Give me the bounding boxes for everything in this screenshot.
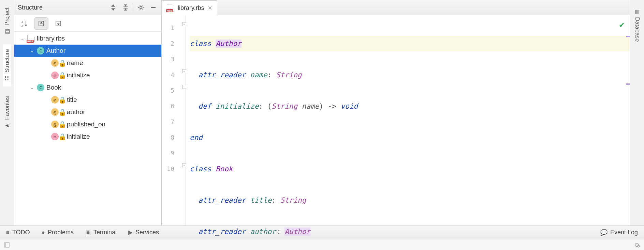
svg-point-8	[635, 243, 639, 247]
collapse-all-icon[interactable]	[121, 3, 130, 12]
class-badge-icon: C	[37, 84, 44, 91]
svg-text:z: z	[21, 24, 23, 27]
code-line: def initialize: (String name) -> void	[190, 98, 630, 114]
field-badge-icon: @	[51, 121, 59, 128]
tree-class-node-author[interactable]: ⌄ C Author	[14, 45, 161, 57]
sidebar-tab-label: Structure	[4, 49, 11, 73]
tree-node-label: published_on	[67, 121, 105, 128]
line-number: 5	[162, 83, 174, 98]
code-line: class Author	[190, 36, 630, 51]
line-number: 4	[162, 67, 174, 83]
tree-attr-node[interactable]: @ 🔒 published_on	[14, 118, 161, 130]
tree-node-label: library.rbs	[37, 35, 65, 42]
error-stripe[interactable]	[625, 15, 630, 225]
database-icon: ≣	[634, 10, 641, 14]
code-line: attr_reader title: String	[190, 192, 630, 208]
sidebar-tab-label: Project	[4, 7, 11, 26]
inspection-ok-icon[interactable]: ✔	[619, 21, 625, 30]
sidebar-tab-project[interactable]: ▥ Project	[3, 3, 11, 40]
lock-icon: 🔒	[60, 61, 65, 65]
rbs-file-icon: RBS	[167, 4, 174, 12]
chevron-down-icon: ⌄	[29, 85, 35, 90]
editor-tab-bar: RBS library.rbs ✕	[162, 0, 630, 15]
tree-node-label: Author	[46, 47, 65, 54]
tree-file-node[interactable]: ⌄ RBS library.rbs	[14, 32, 161, 45]
line-number: 8	[162, 130, 174, 145]
structure-icon: ☷	[4, 76, 11, 81]
editor-tab[interactable]: RBS library.rbs ✕	[162, 0, 217, 15]
code-editor[interactable]: 1 2 3 4 5 6 7 8 9 10 − − − − class Autho…	[162, 15, 630, 225]
sidebar-tab-label: Database	[634, 17, 641, 42]
svg-point-0	[140, 6, 142, 9]
code-line: end	[190, 130, 630, 145]
sidebar-tab-database[interactable]: ≣ Database	[633, 8, 641, 43]
structure-panel: Structure az	[14, 0, 162, 225]
tree-attr-node[interactable]: @ 🔒 author	[14, 106, 161, 118]
panel-title: Structure	[18, 4, 43, 11]
tree-node-label: initialize	[67, 133, 90, 140]
marker[interactable]	[626, 36, 630, 37]
field-badge-icon: @	[51, 96, 59, 104]
hide-panel-icon[interactable]	[148, 3, 158, 12]
field-badge-icon: @	[51, 108, 59, 116]
line-number: 2	[162, 36, 174, 51]
lock-icon: 🔒	[60, 134, 65, 139]
line-number-gutter: 1 2 3 4 5 6 7 8 9 10	[162, 15, 186, 225]
tree-class-node-book[interactable]: ⌄ C Book	[14, 81, 161, 94]
lock-icon: 🔒	[60, 97, 65, 102]
svg-text:a: a	[21, 20, 23, 24]
structure-tree: ⌄ RBS library.rbs ⌄ C Author @ 🔒 name m …	[14, 32, 161, 225]
tree-node-label: author	[67, 108, 85, 116]
lock-icon: 🔒	[60, 110, 65, 114]
close-icon[interactable]: ✕	[208, 5, 212, 11]
svg-rect-1	[151, 7, 156, 8]
sidebar-tab-favorites[interactable]: ★ Favorites	[3, 91, 11, 134]
editor-tab-label: library.rbs	[178, 4, 204, 12]
toolwindow-todo[interactable]: ≡TODO	[6, 229, 30, 236]
toolwindow-label: Problems	[48, 229, 74, 236]
line-number: 3	[162, 51, 174, 67]
tree-node-label: initialize	[67, 72, 90, 79]
line-number: 9	[162, 145, 174, 161]
tree-attr-node[interactable]: @ 🔒 title	[14, 94, 161, 106]
line-number: 6	[162, 98, 174, 114]
tree-node-label: title	[67, 96, 77, 104]
line-number: 10	[162, 161, 174, 177]
ide-settings-icon[interactable]	[634, 241, 641, 248]
autoscroll-from-source-button[interactable]	[51, 17, 65, 30]
line-number: 7	[162, 114, 174, 130]
toolwindow-terminal[interactable]: ▣Terminal	[85, 229, 117, 236]
star-icon: ★	[4, 123, 10, 128]
lock-icon: 🔒	[60, 73, 65, 78]
autoscroll-to-source-button[interactable]	[34, 17, 48, 30]
method-badge-icon: m	[51, 72, 59, 79]
toolwindow-label: TODO	[12, 229, 30, 236]
sort-alpha-button[interactable]: az	[17, 17, 31, 30]
toolwindow-services[interactable]: ▶Services	[128, 229, 159, 236]
method-badge-icon: m	[51, 133, 59, 140]
class-badge-icon: C	[37, 47, 44, 54]
list-icon: ≡	[6, 229, 10, 236]
tree-node-label: name	[67, 59, 83, 67]
toolwindow-problems[interactable]: ●Problems	[42, 229, 74, 236]
toolbar-separator	[133, 4, 133, 11]
gear-icon[interactable]	[136, 3, 146, 12]
marker[interactable]	[626, 83, 630, 85]
play-icon: ▶	[128, 229, 133, 236]
sidebar-tab-label: Favorites	[4, 96, 11, 120]
sidebar-tab-structure[interactable]: ☷ Structure	[3, 44, 11, 87]
expand-all-icon[interactable]	[108, 3, 118, 12]
rbs-file-icon: RBS	[27, 35, 35, 42]
tree-method-node[interactable]: m 🔒 initialize	[14, 130, 161, 143]
code-line: attr_reader author: Author	[190, 224, 630, 239]
tree-attr-node[interactable]: @ 🔒 name	[14, 57, 161, 69]
toolwindow-label: Terminal	[93, 229, 117, 236]
tree-method-node[interactable]: m 🔒 initialize	[14, 69, 161, 81]
svg-rect-7	[4, 243, 6, 247]
tree-node-label: Book	[46, 84, 61, 91]
terminal-icon: ▣	[85, 229, 91, 236]
chevron-down-icon: ⌄	[20, 36, 25, 41]
lock-icon: 🔒	[60, 122, 65, 127]
project-icon: ▥	[4, 29, 10, 34]
windows-icon[interactable]	[3, 241, 10, 248]
